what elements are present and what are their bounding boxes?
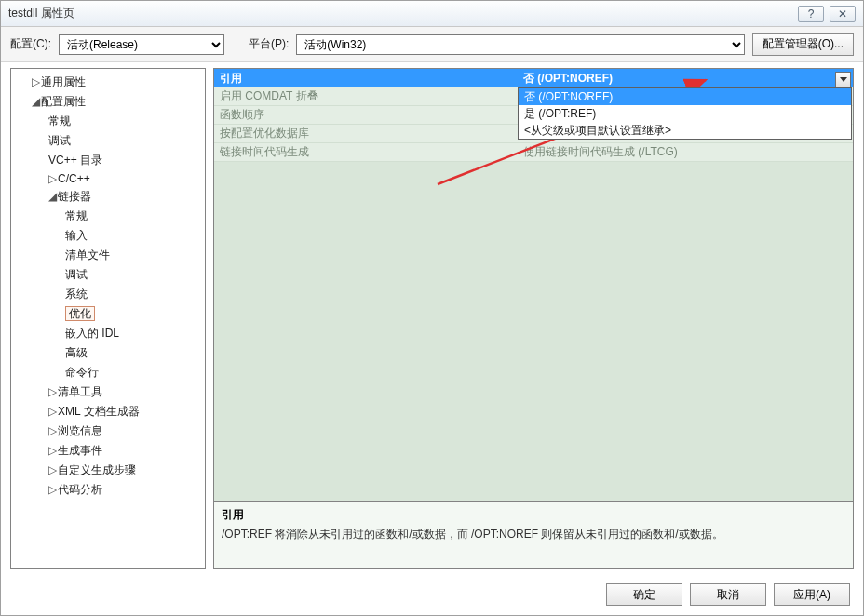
titlebar: testdll 属性页 ? ✕ xyxy=(1,1,863,27)
tree-xml-docgen[interactable]: ▷XML 文档生成器 xyxy=(11,402,205,422)
tree-linker-cmdline[interactable]: 命令行 xyxy=(11,363,205,382)
tree-linker-debug[interactable]: 调试 xyxy=(11,265,205,285)
dropdown-opt-noref[interactable]: 否 (/OPT:NOREF) xyxy=(519,88,851,105)
button-bar: 确定 取消 应用(A) xyxy=(606,583,850,606)
tree-custom-build[interactable]: ▷自定义生成步骤 xyxy=(11,461,205,480)
tree-build-events[interactable]: ▷生成事件 xyxy=(11,441,205,461)
tree-code-analysis[interactable]: ▷代码分析 xyxy=(11,480,205,500)
prop-name: 启用 COMDAT 折叠 xyxy=(214,88,518,104)
prop-value: 否 (/OPT:NOREF) xyxy=(518,71,853,87)
platform-combo[interactable]: 活动(Win32) xyxy=(296,34,744,55)
tree-linker[interactable]: ◢链接器 xyxy=(11,187,205,207)
tree-debug[interactable]: 调试 xyxy=(11,131,205,151)
prop-name: 函数顺序 xyxy=(214,107,518,123)
help-text: /OPT:REF 将消除从未引用过的函数和/或数据，而 /OPT:NOREF 则… xyxy=(222,527,845,542)
nav-tree[interactable]: ▷通用属性 ◢配置属性 常规 调试 VC++ 目录 ▷C/C++ ◢链接器 常规… xyxy=(10,68,206,569)
references-dropdown[interactable]: 否 (/OPT:NOREF) 是 (/OPT:REF) <从父级或项目默认设置继… xyxy=(518,87,852,140)
help-title: 引用 xyxy=(222,507,845,523)
tree-linker-system[interactable]: 系统 xyxy=(11,285,205,304)
help-panel: 引用 /OPT:REF 将消除从未引用过的函数和/或数据，而 /OPT:NORE… xyxy=(213,502,854,569)
tree-linker-input[interactable]: 输入 xyxy=(11,226,205,246)
tree-browse-info[interactable]: ▷浏览信息 xyxy=(11,422,205,441)
tree-linker-optimization[interactable]: 优化 xyxy=(11,304,205,324)
config-combo[interactable]: 活动(Release) xyxy=(59,34,224,55)
tree-common[interactable]: ▷通用属性 xyxy=(11,73,205,92)
dropdown-opt-inherit[interactable]: <从父级或项目默认设置继承> xyxy=(519,122,851,139)
toolbar: 配置(C): 活动(Release) 平台(P): 活动(Win32) 配置管理… xyxy=(1,27,863,62)
cancel-button[interactable]: 取消 xyxy=(690,583,766,606)
prop-value: 使用链接时间代码生成 (/LTCG) xyxy=(518,144,853,160)
property-page-window: testdll 属性页 ? ✕ 配置(C): 活动(Release) 平台(P)… xyxy=(0,0,864,616)
config-label: 配置(C): xyxy=(10,36,51,52)
property-grid: 引用 否 (/OPT:NOREF) 启用 COMDAT 折叠 函数顺序 xyxy=(213,68,854,502)
body: ▷通用属性 ◢配置属性 常规 调试 VC++ 目录 ▷C/C++ ◢链接器 常规… xyxy=(1,62,863,615)
tree-linker-manifest[interactable]: 清单文件 xyxy=(11,246,205,265)
close-button[interactable]: ✕ xyxy=(830,6,856,22)
tree-general[interactable]: 常规 xyxy=(11,112,205,131)
window-title: testdll 属性页 xyxy=(8,6,74,21)
config-manager-button[interactable]: 配置管理器(O)... xyxy=(752,33,854,56)
dropdown-opt-ref[interactable]: 是 (/OPT:REF) xyxy=(519,105,851,122)
tree-manifest-tool[interactable]: ▷清单工具 xyxy=(11,382,205,402)
chevron-down-icon xyxy=(840,77,847,82)
grid-row-ltcg[interactable]: 链接时间代码生成 使用链接时间代码生成 (/LTCG) xyxy=(214,143,853,162)
prop-name: 引用 xyxy=(214,71,518,87)
prop-name: 链接时间代码生成 xyxy=(214,144,518,160)
ok-button[interactable]: 确定 xyxy=(606,583,682,606)
tree-config-props[interactable]: ◢配置属性 xyxy=(11,92,205,112)
tree-linker-advanced[interactable]: 高级 xyxy=(11,343,205,363)
tree-linker-idl[interactable]: 嵌入的 IDL xyxy=(11,324,205,343)
right-panel: 引用 否 (/OPT:NOREF) 启用 COMDAT 折叠 函数顺序 xyxy=(213,68,854,569)
apply-button[interactable]: 应用(A) xyxy=(774,583,850,606)
prop-name: 按配置优化数据库 xyxy=(214,126,518,141)
tree-linker-general[interactable]: 常规 xyxy=(11,207,205,226)
help-button[interactable]: ? xyxy=(798,6,824,22)
grid-row-references[interactable]: 引用 否 (/OPT:NOREF) xyxy=(214,69,853,87)
tree-vcpp-dirs[interactable]: VC++ 目录 xyxy=(11,151,205,170)
dropdown-button[interactable] xyxy=(835,72,851,87)
tree-ccpp[interactable]: ▷C/C++ xyxy=(11,170,205,187)
platform-label: 平台(P): xyxy=(249,36,289,52)
